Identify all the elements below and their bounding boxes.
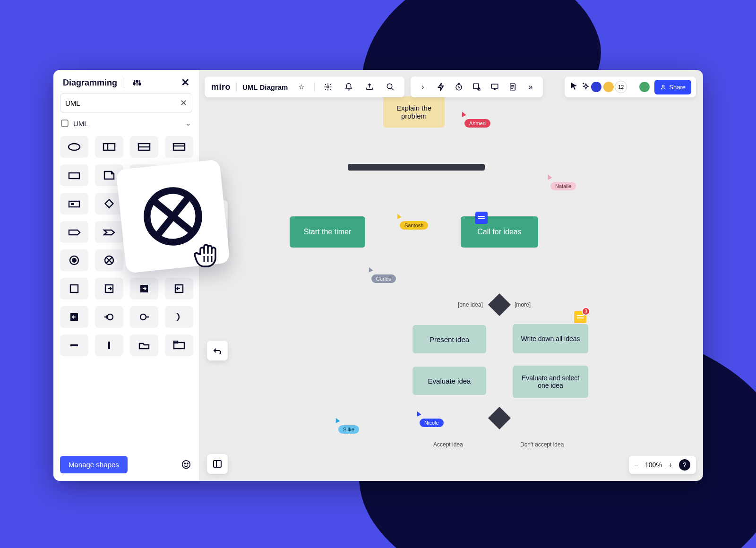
- shape-vbar[interactable]: [95, 334, 123, 356]
- svg-rect-42: [70, 344, 78, 346]
- svg-point-41: [140, 314, 146, 320]
- svg-rect-55: [473, 84, 479, 89]
- cursor-pointer-icon: [367, 266, 373, 272]
- shape-split-rect[interactable]: [95, 136, 123, 158]
- node-sync-bar[interactable]: [348, 164, 485, 171]
- svg-rect-18: [69, 173, 79, 179]
- frame-add-icon[interactable]: [469, 79, 484, 94]
- svg-point-52: [387, 84, 393, 89]
- edge-label: [more]: [513, 301, 533, 308]
- undo-button[interactable]: [207, 341, 228, 360]
- timer-icon[interactable]: [451, 79, 466, 94]
- svg-point-11: [69, 144, 80, 150]
- svg-rect-24: [105, 200, 113, 208]
- svg-rect-56: [491, 84, 498, 88]
- node-text: Explain the problem: [387, 104, 441, 120]
- decision-ideas[interactable]: [488, 293, 511, 316]
- node-text: Evaluate idea: [428, 377, 471, 385]
- shape-circle-x[interactable]: [95, 249, 123, 271]
- shape-minus[interactable]: [60, 334, 88, 356]
- search-input[interactable]: [65, 99, 180, 107]
- zoom-plus[interactable]: +: [669, 461, 672, 469]
- close-icon[interactable]: ✕: [179, 77, 191, 89]
- edge-label: Don't accept idea: [518, 441, 566, 448]
- zoom-minus[interactable]: −: [635, 461, 638, 469]
- grab-hand-icon: [192, 240, 222, 270]
- sidebar-title: Diagramming: [63, 78, 117, 88]
- category-row[interactable]: UML ⌄: [53, 117, 199, 133]
- chevron-right-icon[interactable]: ›: [415, 79, 430, 94]
- shape-circ-arrow[interactable]: [95, 306, 123, 328]
- present-icon[interactable]: [487, 79, 502, 94]
- sliders-icon[interactable]: [131, 77, 143, 89]
- more-icon[interactable]: »: [523, 79, 538, 94]
- shape-ellipse[interactable]: [60, 136, 88, 158]
- feedback-icon[interactable]: [180, 459, 192, 471]
- shape-rect[interactable]: [60, 164, 88, 186]
- shape-circ-arrow-rev[interactable]: [130, 306, 158, 328]
- svg-rect-2: [577, 315, 584, 316]
- shape-header-rect[interactable]: [165, 136, 193, 158]
- shape-titled-rect[interactable]: [165, 334, 193, 356]
- svg-rect-12: [103, 144, 115, 150]
- separator: [124, 77, 124, 88]
- bell-icon[interactable]: [341, 79, 356, 94]
- search-input-wrap: ✕: [60, 94, 192, 112]
- shape-square-arrow-out[interactable]: [95, 278, 123, 300]
- shape-square-arrow-fill[interactable]: [130, 278, 158, 300]
- shape-square-arrow-in-fill[interactable]: [60, 306, 88, 328]
- shape-slot-rect[interactable]: [60, 193, 88, 214]
- manage-shapes-button[interactable]: Manage shapes: [60, 456, 128, 473]
- shape-square[interactable]: [60, 278, 88, 300]
- node-evaluate[interactable]: Evaluate idea: [412, 367, 486, 395]
- cursor-tag: Ahmed: [464, 119, 490, 128]
- node-start-timer[interactable]: Start the timer: [290, 216, 365, 248]
- clear-icon[interactable]: ✕: [180, 98, 187, 108]
- svg-rect-3: [577, 317, 584, 318]
- canvas-tools-bar: › »: [411, 77, 543, 97]
- shape-filled-circle[interactable]: [60, 249, 88, 271]
- document-name[interactable]: UML Diagram: [242, 83, 288, 91]
- comment-icon[interactable]: 3: [574, 311, 586, 323]
- node-evalsel[interactable]: Evaluate and select one idea: [513, 366, 588, 398]
- sparkle-icon[interactable]: [582, 82, 590, 92]
- shape-half-moon[interactable]: [165, 306, 193, 328]
- cursor-icon[interactable]: [570, 82, 578, 92]
- notes-icon[interactable]: [505, 79, 520, 94]
- shape-lines-rect[interactable]: [130, 136, 158, 158]
- shape-chevron[interactable]: [95, 221, 123, 243]
- star-icon[interactable]: ☆: [293, 79, 309, 94]
- shape-folder[interactable]: [130, 334, 158, 356]
- shape-square-arrow-in[interactable]: [165, 278, 193, 300]
- avatar-count[interactable]: 12: [615, 81, 627, 93]
- sidebar-panel: Diagramming ✕ ✕ UML ⌄: [53, 70, 199, 481]
- svg-rect-1: [478, 218, 485, 219]
- node-writeall[interactable]: Write down all ideas: [513, 324, 588, 353]
- svg-point-46: [182, 460, 190, 468]
- avatar[interactable]: [602, 81, 615, 93]
- svg-point-47: [184, 463, 185, 464]
- svg-rect-35: [70, 285, 78, 292]
- node-text: Present idea: [430, 335, 469, 343]
- svg-rect-16: [173, 144, 185, 150]
- share-button[interactable]: Share: [654, 80, 691, 94]
- decision-accept[interactable]: [488, 407, 511, 429]
- panels-button[interactable]: [207, 454, 228, 474]
- cursor-pointer-icon: [415, 410, 421, 416]
- shape-tag[interactable]: [60, 221, 88, 243]
- help-icon[interactable]: ?: [679, 459, 690, 471]
- node-present[interactable]: Present idea: [412, 325, 486, 353]
- avatar[interactable]: [590, 81, 602, 93]
- export-icon[interactable]: [362, 79, 377, 94]
- svg-point-9: [139, 83, 141, 85]
- bolt-icon[interactable]: [433, 79, 448, 94]
- share-label: Share: [669, 84, 686, 91]
- node-call-ideas[interactable]: Call for ideas: [461, 216, 538, 248]
- node-explain[interactable]: Explain the problem: [383, 96, 445, 128]
- search-icon[interactable]: [383, 79, 398, 94]
- svg-rect-0: [478, 216, 485, 217]
- node-text: Call for ideas: [477, 228, 521, 236]
- gear-icon[interactable]: [320, 79, 335, 94]
- avatar-self[interactable]: [638, 81, 651, 93]
- comment-icon[interactable]: [475, 212, 488, 224]
